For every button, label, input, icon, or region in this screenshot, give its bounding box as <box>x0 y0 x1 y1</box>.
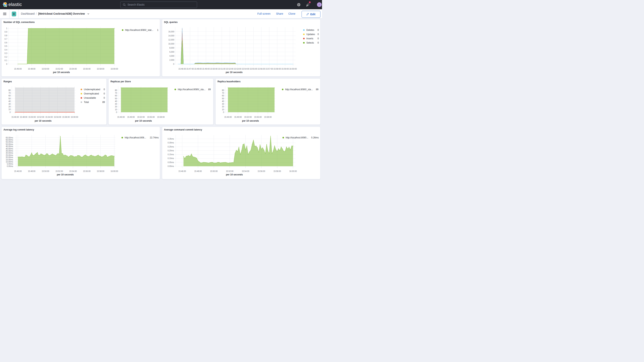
svg-text:16:00:00: 16:00:00 <box>111 68 118 70</box>
svg-text:15.00ms: 15.00ms <box>6 159 13 161</box>
svg-text:10: 10 <box>115 108 117 111</box>
svg-text:15:46:00: 15:46:00 <box>14 170 22 172</box>
svg-text:15:46:00: 15:46:00 <box>117 116 125 118</box>
svg-text:0: 0 <box>173 63 174 65</box>
svg-text:0: 0 <box>6 63 7 65</box>
svg-text:60.00ms: 60.00ms <box>6 139 13 141</box>
svg-text:15:50:00: 15:50:00 <box>28 116 36 118</box>
svg-text:15:46:00: 15:46:00 <box>178 68 186 70</box>
svg-text:0.15ms: 0.15ms <box>168 154 174 156</box>
svg-text:15:52:00: 15:52:00 <box>244 116 252 118</box>
svg-text:15:57:00: 15:57:00 <box>266 68 273 70</box>
svg-text:15:58:00: 15:58:00 <box>274 170 281 172</box>
svg-text:15:58:00: 15:58:00 <box>97 68 104 70</box>
svg-text:0.10ms: 0.10ms <box>168 157 174 160</box>
svg-text:16:00:00: 16:00:00 <box>289 68 297 70</box>
svg-text:0.35ms: 0.35ms <box>168 138 174 140</box>
svg-text:0.05ms: 0.05ms <box>168 161 174 164</box>
svg-text:30: 30 <box>222 103 224 105</box>
svg-text:15:46:00: 15:46:00 <box>178 170 186 172</box>
svg-text:15:55:00: 15:55:00 <box>250 68 257 70</box>
svg-text:15:48:00: 15:48:00 <box>20 116 28 118</box>
svg-text:30: 30 <box>115 103 117 105</box>
svg-text:15:48:00: 15:48:00 <box>28 68 36 70</box>
svg-text:15:52:00: 15:52:00 <box>137 116 144 118</box>
svg-text:15:54:00: 15:54:00 <box>242 68 249 70</box>
svg-text:15:56:00: 15:56:00 <box>258 170 265 172</box>
svg-text:15:52:00: 15:52:00 <box>226 170 233 172</box>
svg-text:15:48:00: 15:48:00 <box>194 170 202 172</box>
svg-text:60: 60 <box>115 95 117 97</box>
svg-text:50: 50 <box>222 98 224 100</box>
svg-text:15:58:00: 15:58:00 <box>62 116 70 118</box>
svg-text:14,000: 14,000 <box>168 35 174 37</box>
svg-text:15:56:00: 15:56:00 <box>83 170 90 172</box>
svg-text:15:51:00: 15:51:00 <box>218 68 226 70</box>
svg-text:15:55:00: 15:55:00 <box>254 116 262 118</box>
svg-text:0.7: 0.7 <box>5 38 7 40</box>
svg-text:0.6: 0.6 <box>5 42 7 44</box>
svg-text:15:50:00: 15:50:00 <box>42 68 49 70</box>
svg-text:80: 80 <box>115 89 117 91</box>
svg-text:50: 50 <box>8 98 11 100</box>
svg-text:15:58:00: 15:58:00 <box>157 116 165 118</box>
svg-text:15:59:00: 15:59:00 <box>281 68 289 70</box>
svg-text:15:50:00: 15:50:00 <box>42 170 49 172</box>
svg-text:20: 20 <box>222 106 224 108</box>
svg-text:15:49:00: 15:49:00 <box>202 68 210 70</box>
svg-text:0.5: 0.5 <box>5 45 7 47</box>
svg-text:16:00:00: 16:00:00 <box>111 170 118 172</box>
svg-text:15:58:00: 15:58:00 <box>264 116 272 118</box>
svg-text:15:46:00: 15:46:00 <box>224 116 232 118</box>
svg-text:15:49:00: 15:49:00 <box>234 116 242 118</box>
svg-text:5.00ms: 5.00ms <box>7 163 13 165</box>
svg-text:0: 0 <box>116 111 117 113</box>
svg-text:65.00ms: 65.00ms <box>6 137 13 139</box>
svg-text:0.8: 0.8 <box>5 34 7 36</box>
svg-text:15:48:00: 15:48:00 <box>28 170 36 172</box>
svg-text:15:46:00: 15:46:00 <box>14 68 22 70</box>
svg-text:12,000: 12,000 <box>168 39 174 41</box>
svg-text:0.3: 0.3 <box>5 52 7 54</box>
svg-text:16,000: 16,000 <box>168 31 174 33</box>
svg-text:0.2: 0.2 <box>5 56 7 58</box>
svg-text:15:54:00: 15:54:00 <box>242 170 249 172</box>
svg-text:10: 10 <box>8 108 11 110</box>
svg-text:15:52:00: 15:52:00 <box>56 68 63 70</box>
svg-text:10.00ms: 10.00ms <box>6 161 13 163</box>
svg-text:16:00:00: 16:00:00 <box>289 170 297 172</box>
svg-text:20: 20 <box>115 106 117 108</box>
svg-text:0: 0 <box>10 111 10 113</box>
svg-text:15:58:00: 15:58:00 <box>97 170 104 172</box>
svg-text:30: 30 <box>8 103 11 105</box>
svg-text:4,000: 4,000 <box>169 55 174 57</box>
svg-text:35.00ms: 35.00ms <box>6 150 13 152</box>
svg-text:55.00ms: 55.00ms <box>6 141 13 143</box>
svg-text:0: 0 <box>223 111 224 113</box>
svg-text:0.30ms: 0.30ms <box>168 142 174 144</box>
svg-text:15:54:00: 15:54:00 <box>45 116 53 118</box>
svg-text:per 10 seconds: per 10 seconds <box>57 173 74 176</box>
svg-text:per 10 seconds: per 10 seconds <box>242 120 259 122</box>
svg-text:60: 60 <box>222 95 224 97</box>
svg-text:15:47:00: 15:47:00 <box>186 68 194 70</box>
svg-text:15:54:00: 15:54:00 <box>69 68 77 70</box>
svg-text:15:50:00: 15:50:00 <box>210 170 218 172</box>
svg-text:70: 70 <box>115 92 117 94</box>
svg-text:0.1: 0.1 <box>5 59 7 62</box>
svg-text:10: 10 <box>222 108 224 111</box>
svg-text:20.00ms: 20.00ms <box>6 156 13 158</box>
svg-text:0.00ms: 0.00ms <box>7 165 13 167</box>
svg-text:40.00ms: 40.00ms <box>6 148 13 150</box>
svg-text:70: 70 <box>8 92 11 94</box>
svg-text:per 10 seconds: per 10 seconds <box>226 71 242 74</box>
svg-text:15:48:00: 15:48:00 <box>194 68 202 70</box>
svg-text:50: 50 <box>115 98 117 100</box>
svg-text:15:52:00: 15:52:00 <box>226 68 233 70</box>
svg-text:15:49:00: 15:49:00 <box>127 116 135 118</box>
svg-text:0.4: 0.4 <box>5 49 7 51</box>
svg-text:15:46:00: 15:46:00 <box>12 116 19 118</box>
svg-text:25.00ms: 25.00ms <box>6 154 13 156</box>
svg-text:2,000: 2,000 <box>169 59 174 61</box>
svg-text:45.00ms: 45.00ms <box>6 145 13 148</box>
